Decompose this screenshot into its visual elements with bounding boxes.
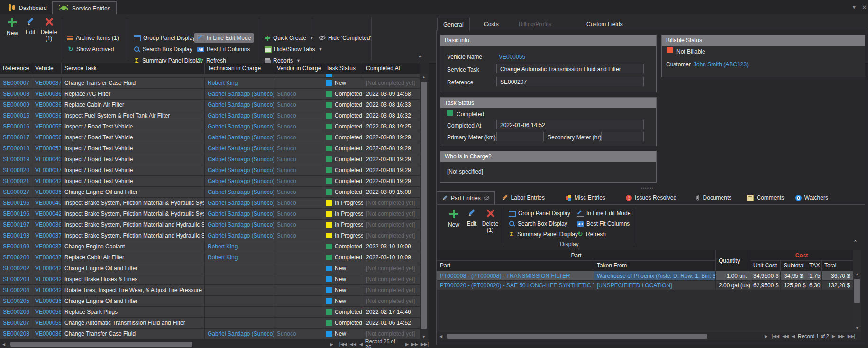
last-record-button[interactable]: ▶▶| [421,342,429,347]
cell-technician[interactable]: Gabriel Santiago (Sunoco) [205,110,274,121]
cell-technician[interactable]: Robert King [205,241,274,252]
grid-vertical-scrollbar[interactable]: ▲ ▼ [420,74,428,340]
cell-reference[interactable]: SE000020 [0,165,32,175]
subtab-misc-entries[interactable]: Misc Entries [561,191,610,204]
splitter-grip[interactable]: ▪▪▪▪▪▪▪ [641,186,654,190]
cell-technician[interactable]: Gabriel Santiago (Sunoco) [205,209,274,219]
cell-reference[interactable]: SE000021 [0,176,32,186]
cell-technician[interactable]: Gabriel Santiago (Sunoco) [205,220,274,230]
cell-vehicle[interactable]: VE000042 [32,176,62,186]
part-toolbar-collapse-chevron[interactable]: ⌃ [853,239,858,246]
cell-reference[interactable]: SE000199 [0,241,32,252]
next-page-button[interactable]: ▶▶ [411,342,418,347]
scrollbar-thumb[interactable] [421,82,427,329]
table-row[interactable]: SE000021VE000042Inspect / Road Test Vehi… [0,176,420,187]
cell-reference[interactable]: SE000205 [0,296,32,306]
table-row[interactable]: SE000202VE000042Change Engine Oil and Fi… [0,263,420,274]
cell-vehicle[interactable]: VE000056 [32,307,62,317]
hide-completed-button[interactable]: Hide 'Completed' [319,33,371,43]
cell-reference[interactable]: SE000206 [0,307,32,317]
table-row[interactable]: SE000207VE000055Change Automatic Transmi… [0,318,420,329]
scroll-up-arrow[interactable]: ▲ [853,272,861,276]
table-row[interactable]: SE000009VE000036Replace Cabin Air Filter… [0,100,420,110]
prev-page-button[interactable]: ◀◀ [350,342,356,347]
column-header-taken-from[interactable]: Taken From [594,261,716,271]
show-archived-button[interactable]: ↻ Show Archived [67,45,114,54]
table-row[interactable]: SE000016VE000055Inspect / Road Test Vehi… [0,121,420,132]
cell-reference[interactable]: SE000007 [0,78,32,88]
inline-edit-mode-button[interactable]: In Line Edit Mode [194,33,254,43]
column-header-reference[interactable]: Reference [0,63,32,74]
cell-part[interactable]: PT000020 - (PT000020) - SAE 50 LONG-LIFE… [437,281,594,290]
table-row[interactable]: SE000027VE000036Change Engine Oil and Fi… [0,187,420,198]
table-row[interactable]: SE000018VE000053Inspect / Road Test Vehi… [0,143,420,154]
cell-reference[interactable]: SE000204 [0,285,32,295]
part-summary-panel-button[interactable]: Σ Summary Panel Display [509,229,578,239]
cell-technician[interactable]: Gabriel Santiago (Sunoco) [205,100,274,110]
table-row[interactable]: SE000200VE000037Replace Cabin Air Filter… [0,252,420,263]
cell-vehicle[interactable]: VE000056 [32,132,62,143]
tab-costs[interactable]: Costs [478,18,504,30]
cell-vehicle[interactable]: VE000042 [32,285,62,295]
part-edit-button[interactable]: Edit [463,209,480,227]
scroll-down-arrow[interactable]: ▼ [853,326,861,330]
cell-vehicle[interactable]: VE000055 [32,121,62,132]
cell-technician[interactable]: Gabriel Santiago (Sunoco) [205,198,274,208]
prev-record-button[interactable]: ◀ [792,334,795,339]
column-header-tax[interactable]: TAX [806,261,822,271]
cell-technician[interactable]: Gabriel Santiago (Sunoco) [205,121,274,132]
grid-partial-row[interactable] [0,74,420,78]
scroll-right-arrow[interactable]: ▶ [328,342,336,347]
table-row[interactable]: SE000196VE000042Inspect Brake System, Fr… [0,209,420,220]
cell-vehicle[interactable]: VE000053 [32,143,62,154]
customer-link[interactable]: John Smith (ABC123) [694,61,749,68]
ribbon-collapse-chevron[interactable]: ⌃ [418,55,423,62]
tab-custom-fields[interactable]: Custom Fields [581,18,629,30]
cell-vehicle[interactable]: VE000037 [32,241,62,252]
cell-reference[interactable]: SE000018 [0,143,32,154]
cell-vehicle[interactable]: VE000036 [32,187,62,197]
service-task-input[interactable]: Change Automatic Transmission Fluid and … [496,64,644,73]
tab-service-entries[interactable]: Service Entries [52,1,117,15]
table-row[interactable]: SE000199VE000037Change Engine CoolantRob… [0,241,420,252]
quick-create-button[interactable]: Quick Create ▼ [265,33,314,43]
last-record-button[interactable]: ▶▶| [848,334,855,339]
subtab-watchers[interactable]: Watchers [791,191,833,204]
column-header-completed-at[interactable]: Completed At [363,63,420,74]
cell-reference[interactable]: SE000203 [0,274,32,284]
scrollbar-thumb[interactable] [854,279,860,303]
table-row[interactable]: SE000015VE000036Inspect Fuel System & Fu… [0,110,420,121]
archive-items-button[interactable]: Archive Items (1) [67,33,119,43]
cell-vehicle[interactable]: VE000042 [32,274,62,284]
scroll-right-arrow[interactable]: ▶ [762,334,770,339]
cell-vehicle[interactable]: VE000040 [32,154,62,165]
part-group-panel-button[interactable]: Group Panel Display [509,209,570,218]
cell-reference[interactable]: SE000027 [0,187,32,197]
best-fit-columns-button[interactable]: AB Best Fit Columns [197,45,250,54]
table-row[interactable]: PT000008 - (PT000008) - TRANSMISSION FIL… [437,271,853,281]
cell-reference[interactable]: SE000196 [0,209,32,219]
table-row[interactable]: SE000204VE000042Rotate Tires, Inspect Ti… [0,285,420,296]
table-row[interactable]: SE000208VE000036Change Transfer Case Flu… [0,329,420,339]
table-row[interactable]: SE000205VE000036Change Engine Oil and Fi… [0,296,420,307]
secondary-meter-input[interactable] [601,132,644,141]
scroll-left-arrow[interactable]: ◀ [0,342,8,347]
completed-at-input[interactable]: 2022-01-06 14:52 [496,120,644,129]
part-search-box-button[interactable]: Search Box Display [509,219,567,229]
part-new-button[interactable]: New [445,209,462,228]
tab-billing-profits[interactable]: Billing/Profits [513,18,557,30]
cell-vehicle[interactable]: VE000037 [32,78,62,88]
part-refresh-button[interactable]: ↻ Refresh [577,229,606,239]
table-row[interactable]: SE000195VE000040Inspect Brake System, Fr… [0,198,420,209]
table-row[interactable]: SE000197VE000036Inspect Brake System, Fr… [0,220,420,230]
scrollbar-thumb[interactable] [10,342,192,347]
cell-reference[interactable]: SE000195 [0,198,32,208]
first-record-button[interactable]: |◀◀ [339,342,347,347]
cell-vehicle[interactable]: VE000055 [32,318,62,328]
cell-vehicle[interactable]: VE000036 [32,296,62,306]
vehicle-name-link[interactable]: VE000055 [499,54,525,60]
column-header-technician-in-charge[interactable]: Technician in Charge [205,63,274,74]
table-row[interactable]: SE000020VE000037Inspect / Road Test Vehi… [0,165,420,176]
part-delete-button[interactable]: Delete (1) [480,209,500,233]
cell-reference[interactable]: SE000202 [0,263,32,274]
